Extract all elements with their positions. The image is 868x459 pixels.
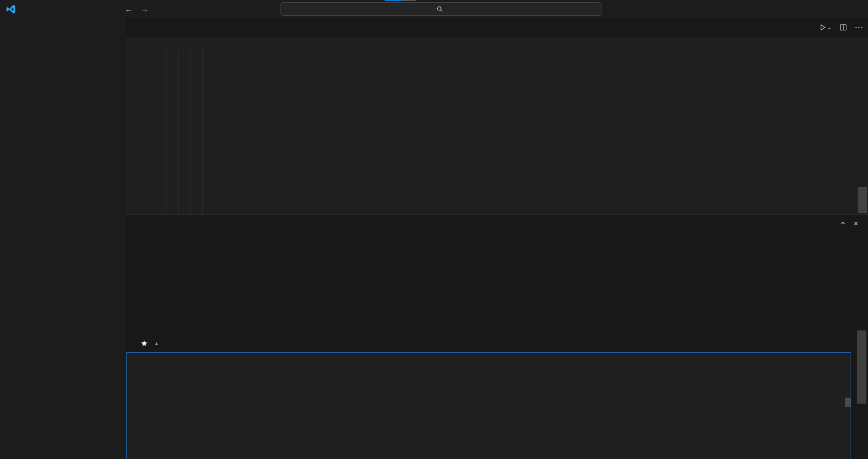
sort-ascending-icon[interactable]: ▲ (154, 341, 159, 346)
command-center-search[interactable] (280, 2, 602, 16)
split-editor-icon[interactable] (839, 23, 847, 31)
vscode-logo (5, 4, 16, 15)
run-or-debug-button[interactable]: ⌄ (819, 23, 832, 31)
table-scrollbar-thumb[interactable] (845, 398, 851, 407)
breadcrumb (126, 37, 868, 49)
activity-bar (0, 18, 27, 459)
editor-actions: ⌄ ··· (819, 18, 864, 37)
title-bar: ← → (0, 0, 868, 18)
favorite-column-icon[interactable]: ★ (141, 339, 148, 348)
editor-tab-bar (126, 18, 868, 37)
results-table (126, 352, 851, 459)
window-top-accent (385, 0, 401, 1)
bottom-panel: › × ★ ▲ (126, 214, 868, 459)
editor-scrollbar-thumb[interactable] (858, 187, 867, 213)
window-top-accent-secondary (401, 0, 416, 1)
minimap[interactable] (796, 49, 853, 214)
search-icon (436, 5, 443, 12)
back-arrow-icon[interactable]: ← (125, 4, 133, 14)
panel-scrollbar-thumb[interactable] (857, 330, 866, 404)
forward-arrow-icon[interactable]: → (141, 4, 149, 14)
history-navigation: ← → (125, 4, 149, 14)
results-table-header: ★ ▲ (126, 336, 868, 352)
code-editor[interactable] (126, 49, 868, 214)
panel-close-icon[interactable]: × (853, 219, 858, 228)
explorer-sidebar (26, 18, 126, 459)
more-actions-icon[interactable]: ··· (855, 23, 864, 31)
panel-maximize-icon[interactable]: › (838, 221, 847, 224)
